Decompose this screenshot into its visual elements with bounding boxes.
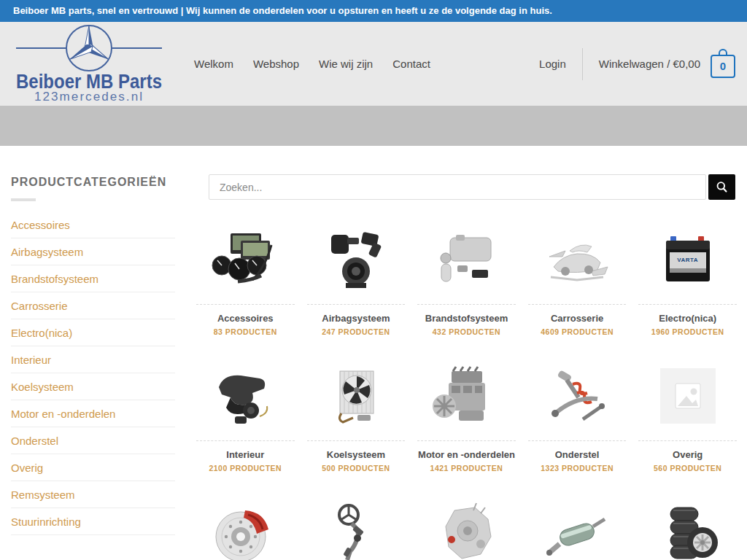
search-input[interactable] <box>209 174 706 200</box>
category-card-title: Onderstel <box>528 441 627 462</box>
exhaust-image <box>528 502 627 560</box>
category-card[interactable] <box>417 502 516 560</box>
category-card[interactable] <box>638 502 737 560</box>
category-card-count: 2100 PRODUCTEN <box>196 464 295 472</box>
category-card[interactable] <box>196 502 295 560</box>
sidebar-category-link[interactable]: Onderstel <box>11 427 175 454</box>
sidebar-category-item: Remsysteem <box>11 481 175 508</box>
category-card-count: 1960 PRODUCTEN <box>638 327 737 336</box>
category-card-title: Electro(nica) <box>638 305 737 325</box>
category-card-count: 247 PRODUCTEN <box>307 327 406 336</box>
cart-label: Winkelwagen / €0,00 <box>599 58 700 70</box>
main-nav: Welkom Webshop Wie wij zijn Contact <box>194 58 430 71</box>
nav-item: Contact <box>392 58 430 71</box>
brand-logo: Beiboer MB Parts 123mercedes.nl <box>12 23 166 102</box>
category-card-title: Motor en -onderdelen <box>417 441 516 462</box>
login-link[interactable]: Login <box>539 58 566 70</box>
sidebar-category-link[interactable]: Overig <box>11 454 175 481</box>
sidebar-category-item: Onderstel <box>11 427 175 454</box>
sidebar-category-link[interactable]: Remsysteem <box>11 481 175 508</box>
sidebar-title: PRODUCTCATEGORIEËN <box>11 176 175 189</box>
sidebar-category-link[interactable]: Stuurinrichting <box>11 508 175 534</box>
main-area: Accessoires 83 PRODUCTEN Airbagsysteem 2… <box>209 146 735 560</box>
interior-trim-image <box>196 365 295 431</box>
sidebar-category-link[interactable]: Interieur <box>11 346 175 373</box>
suspension-image <box>528 365 627 431</box>
nav-item: Wie wij zijn <box>319 58 373 71</box>
search-submit-button[interactable] <box>708 174 735 200</box>
sidebar-category-item: Motor en -onderdelen <box>11 400 175 427</box>
category-card-count: 4609 PRODUCTEN <box>528 327 627 336</box>
nav-link[interactable]: Wie wij zijn <box>319 58 373 70</box>
car-body-image <box>528 229 627 295</box>
nav-link[interactable]: Welkom <box>194 58 233 70</box>
gauges-image <box>196 229 295 295</box>
category-card[interactable]: Accessoires 83 PRODUCTEN <box>196 229 295 336</box>
sidebar-category-item: Koelsysteem <box>11 373 175 400</box>
category-card[interactable]: Overig 560 PRODUCTEN <box>638 365 737 472</box>
hero-banner <box>0 106 747 146</box>
category-card-count: 1323 PRODUCTEN <box>528 464 627 472</box>
sidebar-category-link[interactable]: Motor en -onderdelen <box>11 400 175 427</box>
category-card[interactable]: Koelsysteem 500 PRODUCTEN <box>307 365 406 472</box>
cart-bag-handle <box>719 49 727 55</box>
nav-item: Webshop <box>253 58 299 71</box>
gearbox-image <box>417 502 516 560</box>
category-card-title: Interieur <box>196 441 295 462</box>
battery-brand-text: VARTA <box>638 257 737 263</box>
header-account-area: Login Winkelwagen / €0,00 0 <box>539 48 735 80</box>
top-notice-text: Beiboer MB parts, snel en vertrouwd | Wi… <box>13 5 552 16</box>
sidebar-category-item: Brandstofsysteem <box>11 265 175 292</box>
brake-disc-image <box>196 502 295 560</box>
radiator-fan-image <box>307 365 406 431</box>
sidebar-title-underline <box>11 198 36 201</box>
sidebar-category-item: Carrosserie <box>11 292 175 319</box>
category-list: Accessoires Airbagsysteem Brandstofsyste… <box>11 211 175 535</box>
tyres-image <box>638 502 737 560</box>
steering-column-image <box>307 502 406 560</box>
sidebar-category-link[interactable]: Carrosserie <box>11 292 175 319</box>
category-card[interactable]: Motor en -onderdelen 1421 PRODUCTEN <box>417 365 516 472</box>
sidebar-category-item: Accessoires <box>11 211 175 238</box>
category-card[interactable] <box>528 502 627 560</box>
category-grid: Accessoires 83 PRODUCTEN Airbagsysteem 2… <box>196 229 737 560</box>
airbag-parts-image <box>307 229 406 295</box>
header-divider <box>582 48 583 80</box>
category-card-title: Brandstofsysteem <box>417 305 516 325</box>
site-header: Beiboer MB Parts 123mercedes.nl Welkom W… <box>0 22 747 106</box>
sidebar-category-link[interactable]: Accessoires <box>11 211 175 238</box>
sidebar-category-link[interactable]: Electro(nica) <box>11 319 175 346</box>
search-form <box>209 174 735 200</box>
category-card[interactable]: Airbagsysteem 247 PRODUCTEN <box>307 229 406 336</box>
category-card-title: Accessoires <box>196 305 295 325</box>
category-card-title: Carrosserie <box>528 305 627 325</box>
engine-image <box>417 365 516 431</box>
sidebar-category-item: Electro(nica) <box>11 319 175 346</box>
nav-link[interactable]: Webshop <box>253 58 299 70</box>
sidebar-category-link[interactable]: Airbagsysteem <box>11 238 175 265</box>
top-notice-bar: Beiboer MB parts, snel en vertrouwd | Wi… <box>0 0 747 22</box>
sidebar-category-item: Airbagsysteem <box>11 238 175 265</box>
category-card[interactable]: Carrosserie 4609 PRODUCTEN <box>528 229 627 336</box>
sidebar-category-item: Interieur <box>11 346 175 373</box>
category-card[interactable]: Onderstel 1323 PRODUCTEN <box>528 365 627 472</box>
search-icon <box>715 180 729 194</box>
cart-bag-icon[interactable]: 0 <box>711 55 735 78</box>
nav-link[interactable]: Contact <box>392 58 430 70</box>
nav-item: Welkom <box>194 58 233 71</box>
fuel-tank-image <box>417 229 516 295</box>
sidebar-category-link[interactable]: Brandstofsysteem <box>11 265 175 292</box>
category-card-title: Airbagsysteem <box>307 305 406 325</box>
category-card[interactable]: VARTA Electro(nica) 1960 PRODUCTEN <box>638 229 737 336</box>
category-card-title: Koelsysteem <box>307 441 406 462</box>
sidebar-category-link[interactable]: Koelsysteem <box>11 373 175 400</box>
category-card-count: 432 PRODUCTEN <box>417 327 516 336</box>
category-card[interactable] <box>307 502 406 560</box>
image-placeholder-image <box>638 365 737 431</box>
category-card[interactable]: Interieur 2100 PRODUCTEN <box>196 365 295 472</box>
logo-link[interactable]: Beiboer MB Parts 123mercedes.nl <box>12 23 166 105</box>
cart-link[interactable]: Winkelwagen / €0,00 0 <box>599 50 735 78</box>
page-content: PRODUCTCATEGORIEËN Accessoires Airbagsys… <box>0 146 747 560</box>
sidebar-category-item: Overig <box>11 454 175 481</box>
category-card[interactable]: Brandstofsysteem 432 PRODUCTEN <box>417 229 516 336</box>
